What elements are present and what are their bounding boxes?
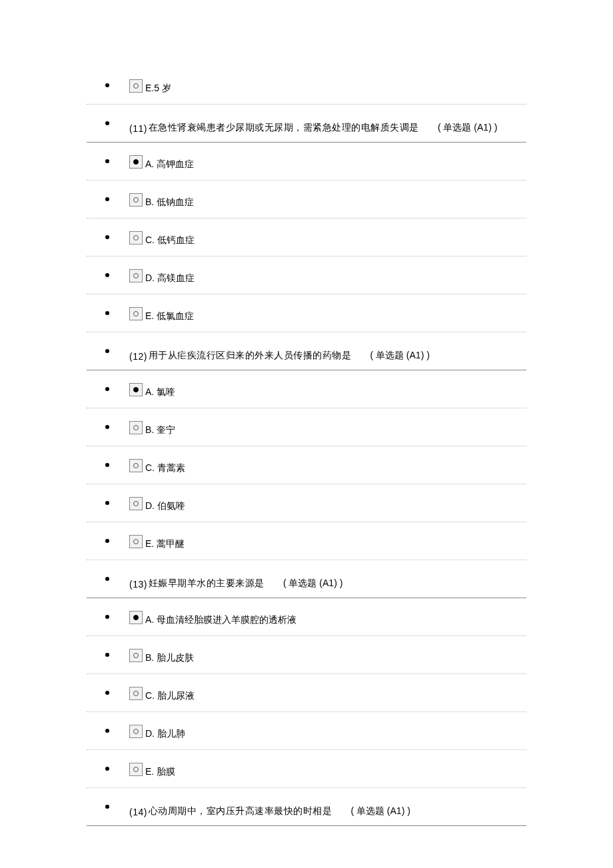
option-label: A. 氯喹 [145,386,175,398]
option-row[interactable]: A. 母血清经胎膜进入羊膜腔的透析液 [87,598,526,636]
option-row[interactable]: B. 低钠血症 [87,181,526,218]
bullet-icon [105,501,109,505]
radio-button[interactable] [129,535,143,548]
radio-dot-icon [133,197,139,203]
option-label: E. 胎膜 [145,766,175,778]
radio-dot-icon [133,729,139,734]
bullet-icon [105,273,109,277]
option-label: C. 低钙血症 [145,234,195,246]
option-label: B. 胎儿皮肤 [145,652,194,664]
radio-button[interactable] [129,421,143,434]
bullet-icon [105,121,109,125]
option-row[interactable]: C. 青蒿素 [87,446,526,484]
radio-button[interactable] [129,307,143,320]
question-number: (13) [129,579,147,590]
radio-button[interactable] [129,231,143,244]
radio-dot-icon [133,691,139,696]
option-label: C. 胎儿尿液 [145,690,195,702]
option-label: A. 母血清经胎膜进入羊膜腔的透析液 [145,614,297,626]
bullet-icon [105,805,109,809]
option-label: B. 奎宁 [145,424,175,436]
radio-button[interactable] [129,269,143,282]
option-row[interactable]: E.5 岁 [87,67,526,105]
radio-button[interactable] [129,687,143,700]
radio-button[interactable] [129,649,143,662]
option-label: E. 蒿甲醚 [145,538,185,550]
radio-dot-icon [133,767,139,772]
option-row[interactable]: E. 低氯血症 [87,294,526,332]
question-type: ( 单选题 (A1) ) [438,122,497,134]
bullet-icon [105,653,109,657]
radio-button[interactable] [129,79,143,93]
radio-dot-icon [133,425,139,430]
option-row[interactable]: E. 胎膜 [87,750,526,788]
option-label: D. 高镁血症 [145,272,195,284]
question-stem: 用于从疟疾流行区归来的外来人员传播的药物是 [149,350,352,362]
option-label: E.5 岁 [145,83,171,95]
bullet-icon [105,729,109,733]
radio-button[interactable] [129,611,143,624]
option-row[interactable]: B. 奎宁 [87,408,526,446]
radio-dot-icon [133,159,139,165]
radio-button[interactable] [129,725,143,738]
radio-dot-icon [133,273,139,278]
option-row[interactable]: E. 蒿甲醚 [87,522,526,560]
radio-dot-icon [133,501,139,506]
question-number: (12) [129,351,147,362]
option-row[interactable]: B. 胎儿皮肤 [87,636,526,674]
radio-button[interactable] [129,763,143,776]
bullet-icon [105,425,109,429]
bullet-icon [105,197,109,201]
radio-button[interactable] [129,497,143,510]
question-row: (12)用于从疟疾流行区归来的外来人员传播的药物是( 单选题 (A1) ) [87,332,526,370]
bullet-icon [105,311,109,315]
question-stem: 在急性肾衰竭患者少尿期或无尿期，需紧急处理的电解质失调是 [149,122,419,134]
bullet-icon [105,691,109,695]
bullet-icon [105,387,109,391]
bullet-icon [105,83,109,87]
question-number: (11) [129,123,147,134]
option-label: E. 低氯血症 [145,310,194,322]
radio-button[interactable] [129,459,143,472]
option-row[interactable]: D. 伯氨喹 [87,484,526,522]
radio-dot-icon [133,463,139,468]
question-type: ( 单选题 (A1) ) [283,578,342,590]
question-row: (14)心动周期中，室内压升高速率最快的时相是( 单选题 (A1) ) [87,788,526,826]
question-stem: 心动周期中，室内压升高速率最快的时相是 [149,805,332,817]
option-label: A. 高钾血症 [145,159,194,171]
question-type: ( 单选题 (A1) ) [370,350,429,362]
option-label: D. 胎儿肺 [145,728,185,740]
question-row: (13)妊娠早期羊水的主要来源是( 单选题 (A1) ) [87,560,526,598]
radio-dot-icon [133,539,139,544]
radio-dot-icon [133,387,139,392]
option-row[interactable]: A. 高钾血症 [87,143,526,181]
question-stem: 妊娠早期羊水的主要来源是 [149,578,265,590]
radio-button[interactable] [129,383,143,396]
option-row[interactable]: D. 胎儿肺 [87,712,526,750]
radio-dot-icon [133,615,139,620]
bullet-icon [105,463,109,467]
bullet-icon [105,235,109,239]
option-row[interactable]: D. 高镁血症 [87,256,526,294]
bullet-icon [105,767,109,771]
option-row[interactable]: A. 氯喹 [87,370,526,408]
radio-dot-icon [133,83,139,89]
radio-button[interactable] [129,193,143,207]
option-label: D. 伯氨喹 [145,500,185,512]
question-row: (11)在急性肾衰竭患者少尿期或无尿期，需紧急处理的电解质失调是( 单选题 (A… [87,105,526,143]
bullet-icon [105,539,109,543]
radio-button[interactable] [129,155,143,169]
radio-dot-icon [133,311,139,316]
bullet-icon [105,577,109,581]
bullet-icon [105,615,109,619]
option-label: B. 低钠血症 [145,197,194,209]
question-number: (14) [129,807,147,817]
question-type: ( 单选题 (A1) ) [350,805,410,817]
bullet-icon [105,159,109,163]
bullet-icon [105,349,109,353]
option-row[interactable]: C. 低钙血症 [87,218,526,256]
radio-dot-icon [133,235,139,240]
option-row[interactable]: C. 胎儿尿液 [87,674,526,712]
option-label: C. 青蒿素 [145,462,185,474]
radio-dot-icon [133,653,139,658]
